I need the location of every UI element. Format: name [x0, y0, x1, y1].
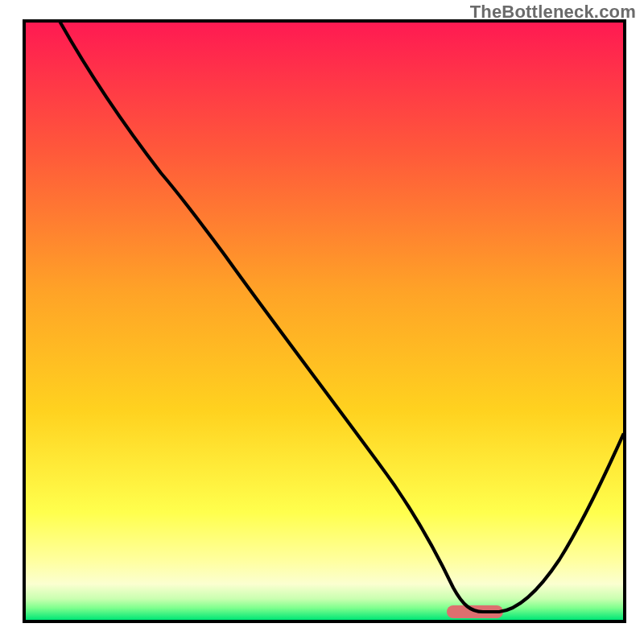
watermark-text: TheBottleneck.com — [470, 2, 636, 23]
bottleneck-chart-svg — [0, 0, 644, 644]
chart-frame: TheBottleneck.com — [0, 0, 644, 644]
